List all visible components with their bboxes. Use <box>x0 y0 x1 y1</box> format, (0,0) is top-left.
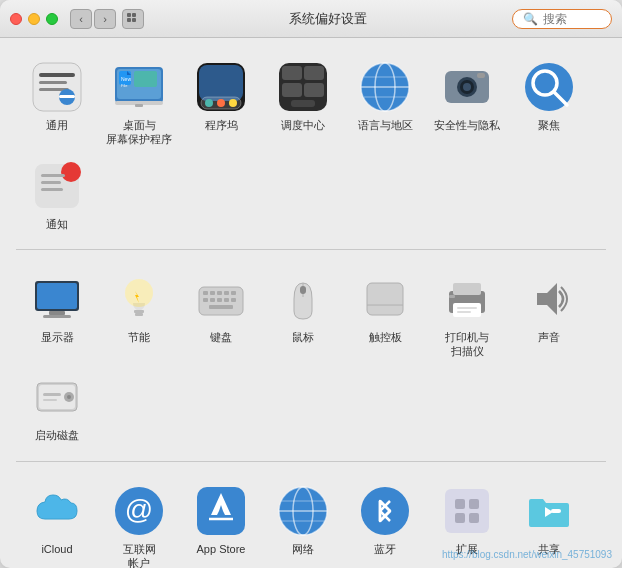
appstore-icon-wrapper <box>194 484 248 538</box>
svg-rect-59 <box>203 291 208 295</box>
svg-rect-53 <box>43 315 71 318</box>
svg-rect-28 <box>282 83 302 97</box>
content-area: 通用 New File <box>0 38 622 568</box>
svg-rect-79 <box>449 295 455 298</box>
svg-point-57 <box>125 279 153 307</box>
svg-rect-106 <box>455 513 465 523</box>
pref-item-icloud[interactable]: iCloud <box>16 478 98 568</box>
pref-item-display[interactable]: 显示器 <box>16 266 98 365</box>
svg-rect-2 <box>127 18 131 22</box>
pref-item-desktop[interactable]: New File 桌面与屏幕保护程序 <box>98 54 180 153</box>
mission-icon <box>277 61 329 113</box>
trackpad-label: 触控板 <box>369 330 402 344</box>
pref-item-internet[interactable]: @ 互联网帐户 <box>98 478 180 568</box>
svg-rect-16 <box>134 71 157 87</box>
desktop-label: 桌面与屏幕保护程序 <box>106 118 172 147</box>
svg-rect-67 <box>224 298 229 302</box>
notification-label: 通知 <box>46 217 68 231</box>
spotlight-label: 聚焦 <box>538 118 560 132</box>
pref-item-energy[interactable]: 节能 <box>98 266 180 365</box>
forward-button[interactable]: › <box>94 9 116 29</box>
trackpad-icon <box>359 273 411 325</box>
notification-icon-wrapper <box>30 159 84 213</box>
svg-rect-65 <box>210 298 215 302</box>
nav-buttons: ‹ › <box>70 9 116 29</box>
minimize-button[interactable] <box>28 13 40 25</box>
svg-rect-71 <box>300 286 306 294</box>
general-icon <box>31 61 83 113</box>
extensions-icon-wrapper <box>440 484 494 538</box>
svg-rect-4 <box>33 63 81 111</box>
keyboard-icon <box>195 273 247 325</box>
search-input[interactable] <box>543 12 613 26</box>
pref-item-network[interactable]: 网络 <box>262 478 344 568</box>
grid-button[interactable] <box>122 9 144 29</box>
section-hardware: 显示器 <box>16 262 606 470</box>
svg-text:File: File <box>121 83 128 88</box>
printer-label: 打印机与扫描仪 <box>445 330 489 359</box>
maximize-button[interactable] <box>46 13 58 25</box>
appstore-icon <box>195 485 247 537</box>
pref-item-spotlight[interactable]: 聚焦 <box>508 54 590 153</box>
mission-icon-wrapper <box>276 60 330 114</box>
titlebar: ‹ › 系统偏好设置 🔍 <box>0 0 622 38</box>
energy-icon <box>113 273 165 325</box>
back-button[interactable]: ‹ <box>70 9 92 29</box>
bluetooth-icon-wrapper <box>358 484 412 538</box>
section-internet: iCloud @ 互联网帐户 <box>16 474 606 568</box>
pref-item-mission[interactable]: 调度中心 <box>262 54 344 153</box>
svg-point-40 <box>463 83 471 91</box>
language-icon-wrapper <box>358 60 412 114</box>
divider-2 <box>16 461 606 462</box>
energy-label: 节能 <box>128 330 150 344</box>
svg-text:@: @ <box>125 494 153 525</box>
svg-rect-18 <box>135 104 143 107</box>
security-icon-wrapper <box>440 60 494 114</box>
notification-icon <box>31 160 83 212</box>
pref-item-startup[interactable]: 启动磁盘 <box>16 364 98 448</box>
display-icon-wrapper <box>30 272 84 326</box>
pref-item-bluetooth[interactable]: 蓝牙 <box>344 478 426 568</box>
pref-item-appstore[interactable]: App Store <box>180 478 262 568</box>
sharing-icon-wrapper <box>522 484 576 538</box>
svg-rect-68 <box>231 298 236 302</box>
svg-rect-76 <box>453 303 481 317</box>
svg-rect-75 <box>453 283 481 295</box>
svg-rect-6 <box>39 81 67 84</box>
mouse-label: 鼠标 <box>292 330 314 344</box>
pref-item-security[interactable]: 安全性与隐私 <box>426 54 508 153</box>
svg-rect-41 <box>477 73 485 78</box>
pref-item-dock[interactable]: 程序坞 <box>180 54 262 153</box>
search-box[interactable]: 🔍 <box>512 9 612 29</box>
pref-item-sharing[interactable]: 共享 <box>508 478 590 568</box>
startup-icon-wrapper <box>30 370 84 424</box>
svg-rect-66 <box>217 298 222 302</box>
pref-item-sound[interactable]: 声音 <box>508 266 590 365</box>
svg-rect-47 <box>41 174 65 177</box>
svg-point-23 <box>217 99 225 107</box>
internet-icon: @ <box>113 485 165 537</box>
svg-rect-51 <box>37 283 77 309</box>
pref-item-keyboard[interactable]: 键盘 <box>180 266 262 365</box>
pref-item-printer[interactable]: 打印机与扫描仪 <box>426 266 508 365</box>
svg-rect-77 <box>457 307 477 309</box>
pref-item-notification[interactable]: 通知 <box>16 153 98 237</box>
svg-rect-60 <box>210 291 215 295</box>
pref-item-language[interactable]: 语言与地区 <box>344 54 426 153</box>
pref-item-general[interactable]: 通用 <box>16 54 98 153</box>
pref-item-trackpad[interactable]: 触控板 <box>344 266 426 365</box>
icon-row-2: 显示器 <box>16 262 606 457</box>
pref-item-mouse[interactable]: 鼠标 <box>262 266 344 365</box>
icon-row-3: iCloud @ 互联网帐户 <box>16 474 606 568</box>
svg-point-46 <box>61 162 81 182</box>
svg-rect-109 <box>551 509 561 513</box>
startup-icon <box>31 371 83 423</box>
startup-label: 启动磁盘 <box>35 428 79 442</box>
traffic-lights <box>10 13 58 25</box>
svg-rect-1 <box>132 13 136 17</box>
close-button[interactable] <box>10 13 22 25</box>
search-icon: 🔍 <box>523 12 538 26</box>
system-preferences-window: ‹ › 系统偏好设置 🔍 <box>0 0 622 568</box>
language-icon <box>359 61 411 113</box>
pref-item-extensions[interactable]: 扩展 <box>426 478 508 568</box>
